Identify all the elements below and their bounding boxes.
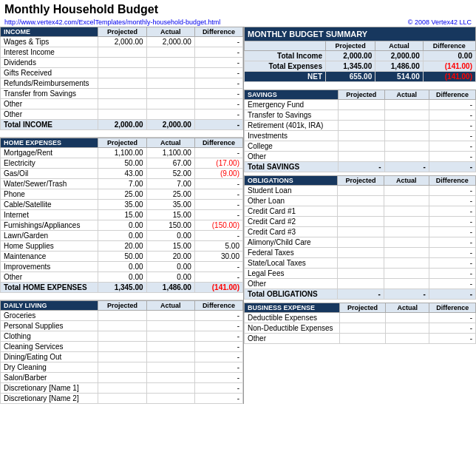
row-projected[interactable]: 35.00	[98, 200, 146, 210]
row-actual[interactable]	[384, 141, 429, 152]
row-actual[interactable]: 0.00	[146, 231, 194, 241]
row-actual[interactable]	[384, 186, 429, 196]
home-diff-header: Difference	[194, 138, 242, 148]
row-projected[interactable]	[338, 217, 384, 227]
row-actual[interactable]	[384, 206, 429, 217]
row-actual[interactable]	[146, 78, 194, 89]
row-projected[interactable]	[98, 58, 146, 68]
row-projected[interactable]	[338, 152, 384, 162]
row-actual[interactable]: 35.00	[146, 200, 194, 210]
row-projected[interactable]	[338, 237, 384, 248]
row-actual[interactable]	[146, 68, 194, 78]
row-projected[interactable]: 0.00	[98, 272, 146, 283]
row-actual[interactable]	[384, 196, 429, 206]
row-projected[interactable]	[98, 362, 146, 373]
row-projected[interactable]: 50.00	[98, 252, 146, 262]
row-projected[interactable]	[339, 313, 385, 323]
row-actual[interactable]: 20.00	[146, 252, 194, 262]
row-projected[interactable]	[338, 258, 384, 269]
row-actual[interactable]: 15.00	[146, 241, 194, 252]
row-projected[interactable]: 1,100.00	[98, 148, 146, 158]
row-actual[interactable]	[384, 258, 429, 269]
row-projected[interactable]	[98, 47, 146, 58]
row-projected[interactable]	[98, 311, 146, 321]
row-projected[interactable]	[98, 68, 146, 78]
row-actual[interactable]	[146, 47, 194, 58]
row-actual[interactable]	[385, 334, 429, 344]
row-projected[interactable]	[98, 394, 146, 404]
row-projected[interactable]	[338, 141, 384, 152]
row-actual[interactable]	[385, 323, 429, 334]
row-projected[interactable]	[98, 321, 146, 331]
row-projected[interactable]	[338, 100, 384, 110]
row-actual[interactable]: 1,100.00	[146, 148, 194, 158]
row-projected[interactable]	[338, 279, 384, 289]
row-projected[interactable]	[98, 99, 146, 109]
row-actual[interactable]: 2,000.00	[146, 37, 194, 47]
row-projected[interactable]: 25.00	[98, 189, 146, 200]
row-projected[interactable]	[98, 89, 146, 99]
row-projected[interactable]	[98, 342, 146, 352]
row-actual[interactable]	[384, 100, 429, 110]
row-projected[interactable]: 0.00	[98, 262, 146, 272]
row-projected[interactable]	[98, 109, 146, 120]
row-actual[interactable]	[146, 394, 194, 404]
row-actual[interactable]	[146, 58, 194, 68]
row-actual[interactable]	[146, 373, 194, 383]
row-actual[interactable]: 0.00	[146, 262, 194, 272]
row-projected[interactable]	[338, 131, 384, 141]
row-actual[interactable]	[384, 269, 429, 279]
row-actual[interactable]	[146, 383, 194, 394]
url-link[interactable]: http://www.vertex42.com/ExcelTemplates/m…	[4, 18, 220, 26]
row-projected[interactable]	[339, 334, 385, 344]
row-actual[interactable]	[146, 109, 194, 120]
row-projected[interactable]	[338, 121, 384, 131]
row-actual[interactable]	[384, 110, 429, 121]
row-actual[interactable]	[385, 313, 429, 323]
row-projected[interactable]	[338, 196, 384, 206]
row-actual[interactable]	[146, 321, 194, 331]
row-actual[interactable]: 7.00	[146, 179, 194, 189]
row-projected[interactable]	[338, 110, 384, 121]
row-projected[interactable]: 43.00	[98, 169, 146, 179]
row-actual[interactable]	[384, 217, 429, 227]
row-actual[interactable]	[146, 311, 194, 321]
row-projected[interactable]	[338, 206, 384, 217]
row-projected[interactable]	[338, 186, 384, 196]
row-actual[interactable]	[146, 352, 194, 362]
row-projected[interactable]	[98, 373, 146, 383]
row-projected[interactable]: 0.00	[98, 220, 146, 231]
row-actual[interactable]: 150.00	[146, 220, 194, 231]
row-actual[interactable]	[146, 99, 194, 109]
row-projected[interactable]	[98, 383, 146, 394]
row-projected[interactable]	[338, 248, 384, 258]
row-actual[interactable]	[384, 131, 429, 141]
row-projected[interactable]	[98, 352, 146, 362]
row-projected[interactable]	[338, 269, 384, 279]
row-projected[interactable]: 50.00	[98, 158, 146, 169]
row-projected[interactable]: 15.00	[98, 210, 146, 220]
row-actual[interactable]	[146, 342, 194, 352]
row-actual[interactable]	[384, 279, 429, 289]
row-projected[interactable]	[339, 323, 385, 334]
row-projected[interactable]	[98, 331, 146, 342]
row-actual[interactable]: 52.00	[146, 169, 194, 179]
row-actual[interactable]	[146, 362, 194, 373]
row-actual[interactable]	[384, 237, 429, 248]
row-actual[interactable]: 25.00	[146, 189, 194, 200]
row-actual[interactable]	[384, 152, 429, 162]
row-actual[interactable]	[146, 89, 194, 99]
row-projected[interactable]	[338, 227, 384, 237]
row-projected[interactable]: 0.00	[98, 231, 146, 241]
row-projected[interactable]	[98, 78, 146, 89]
row-actual[interactable]: 0.00	[146, 272, 194, 283]
row-projected[interactable]: 7.00	[98, 179, 146, 189]
row-actual[interactable]	[146, 331, 194, 342]
row-actual[interactable]	[384, 248, 429, 258]
row-actual[interactable]	[384, 227, 429, 237]
row-actual[interactable]	[384, 121, 429, 131]
row-actual[interactable]: 67.00	[146, 158, 194, 169]
row-projected[interactable]: 2,000.00	[98, 37, 146, 47]
row-projected[interactable]: 20.00	[98, 241, 146, 252]
row-actual[interactable]: 15.00	[146, 210, 194, 220]
